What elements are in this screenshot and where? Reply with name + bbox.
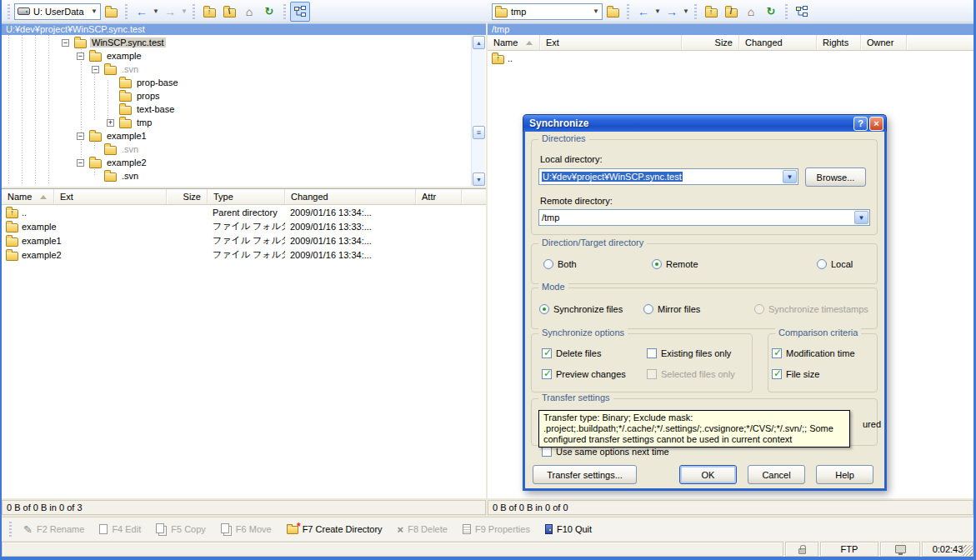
tree-item[interactable]: .svn: [92, 169, 140, 182]
browse-button[interactable]: Browse...: [805, 168, 866, 187]
dialog-close-button[interactable]: ×: [869, 117, 883, 131]
tree-item[interactable]: −example2: [77, 156, 148, 169]
tree-item[interactable]: −WinSCP.sync.test: [62, 36, 166, 49]
radio-icon[interactable]: [817, 259, 827, 269]
column-header-ext[interactable]: Ext: [54, 189, 167, 204]
forward-button-disabled[interactable]: →: [160, 2, 180, 22]
sync-option-preview-changes[interactable]: Preview changes: [542, 369, 626, 379]
collapse-icon[interactable]: −: [77, 132, 84, 140]
checkbox-icon[interactable]: [647, 348, 657, 358]
collapse-icon[interactable]: −: [77, 159, 84, 167]
chevron-down-icon[interactable]: ▼: [854, 211, 868, 224]
chevron-down-icon[interactable]: ▼: [592, 8, 600, 15]
column-header-owner[interactable]: Owner: [861, 35, 907, 50]
tree-scrollbar[interactable]: ▲ ≡ ▼: [471, 36, 485, 186]
collapse-icon[interactable]: −: [77, 52, 84, 60]
help-button[interactable]: Help: [816, 465, 873, 484]
tree-view-toggle-button[interactable]: [792, 2, 812, 22]
collapse-icon[interactable]: −: [92, 66, 99, 73]
back-history-chevron-icon[interactable]: ▼: [152, 8, 160, 15]
toolbar-grip[interactable]: [627, 4, 629, 19]
local-address-bar[interactable]: U:¥dev¥project¥WinSCP.sync.test: [2, 23, 486, 35]
cancel-button[interactable]: Cancel: [748, 465, 805, 484]
direction-radio-both[interactable]: Both: [543, 259, 577, 269]
tree-item[interactable]: props: [107, 89, 162, 102]
forward-history-chevron-icon[interactable]: ▼: [682, 8, 690, 15]
home-directory-button[interactable]: ⌂: [239, 2, 259, 22]
dialog-help-button[interactable]: ?: [853, 117, 868, 131]
comparison-option-modification-time[interactable]: Modification time: [772, 348, 855, 358]
remote-address-bar[interactable]: /tmp: [488, 23, 973, 35]
forward-history-chevron-icon[interactable]: ▼: [180, 8, 188, 15]
expand-icon[interactable]: +: [107, 119, 114, 127]
use-same-options-checkbox[interactable]: Use same options next time: [542, 447, 669, 457]
toolbar-grip[interactable]: [785, 4, 788, 19]
root-directory-button[interactable]: \: [219, 2, 239, 22]
tree-item[interactable]: +tmp: [107, 116, 153, 129]
chevron-down-icon[interactable]: ▼: [783, 170, 797, 183]
toolbar-grip[interactable]: [283, 4, 286, 19]
file-row[interactable]: ↑..: [488, 51, 973, 65]
column-header-name[interactable]: Name: [2, 189, 54, 204]
column-header-name[interactable]: Name: [488, 35, 540, 50]
transfer-settings-button[interactable]: Transfer settings...: [533, 465, 637, 484]
refresh-button[interactable]: ↻: [259, 2, 279, 22]
file-row[interactable]: exampleファイル フォルダ2009/01/16 13:33:...: [2, 219, 486, 233]
fkey-f7-create-directory[interactable]: *F7 Create Directory: [287, 524, 383, 534]
scrollbar-thumb[interactable]: ≡: [473, 126, 485, 139]
comparison-option-file-size[interactable]: File size: [772, 369, 819, 379]
open-directory-button[interactable]: [603, 2, 623, 22]
parent-directory-button[interactable]: ↑: [199, 2, 219, 22]
tree-item[interactable]: text-base: [107, 102, 176, 116]
column-header-size[interactable]: Size: [167, 189, 208, 204]
open-directory-button[interactable]: [101, 2, 121, 22]
root-directory-button[interactable]: /: [721, 2, 741, 22]
forward-button[interactable]: →: [662, 2, 682, 22]
file-row[interactable]: example1ファイル フォルダ2009/01/16 13:34:...: [2, 233, 486, 248]
remote-path-combobox[interactable]: tmp ▼: [492, 3, 603, 20]
back-button[interactable]: ←: [132, 2, 152, 22]
collapse-icon[interactable]: −: [62, 39, 69, 47]
checkbox-checked-icon[interactable]: [542, 348, 552, 358]
home-directory-button[interactable]: ⌂: [741, 2, 761, 22]
ok-button[interactable]: OK: [679, 465, 737, 484]
scroll-down-arrow-icon[interactable]: ▼: [473, 172, 485, 186]
column-header-size[interactable]: Size: [682, 35, 739, 50]
column-header-type[interactable]: Type: [208, 189, 285, 204]
local-drive-combobox[interactable]: U: UserData ▼: [14, 3, 101, 20]
sync-option-existing-files-only[interactable]: Existing files only: [647, 348, 731, 358]
checkbox-checked-icon[interactable]: [772, 348, 782, 358]
file-row[interactable]: example2ファイル フォルダ2009/01/16 13:34:...: [2, 248, 486, 262]
mode-radio-synchronize-files[interactable]: Synchronize files: [539, 304, 623, 314]
tree-item[interactable]: prop-base: [107, 76, 180, 89]
chevron-down-icon[interactable]: ▼: [90, 8, 98, 15]
direction-radio-remote[interactable]: Remote: [652, 259, 698, 269]
toolbar-grip[interactable]: [9, 522, 12, 537]
direction-radio-local[interactable]: Local: [817, 259, 853, 269]
column-header-changed[interactable]: Changed: [285, 189, 416, 204]
checkbox-checked-icon[interactable]: [772, 369, 782, 379]
local-directory-combobox[interactable]: U:¥dev¥project¥WinSCP.sync.test ▼: [538, 168, 798, 185]
toolbar-grip[interactable]: [125, 4, 128, 19]
toolbar-grip[interactable]: [193, 4, 195, 19]
scroll-up-arrow-icon[interactable]: ▲: [473, 36, 485, 49]
checkbox-checked-icon[interactable]: [542, 369, 552, 379]
tree-item[interactable]: −example: [77, 49, 143, 62]
back-history-chevron-icon[interactable]: ▼: [653, 8, 662, 15]
tree-view-toggle-button[interactable]: [290, 2, 310, 22]
resize-grip[interactable]: [962, 545, 973, 556]
column-header-rights[interactable]: Rights: [817, 35, 861, 50]
dialog-title-bar[interactable]: Synchronize ? ×: [523, 114, 887, 132]
toolbar-grip[interactable]: [694, 4, 697, 19]
refresh-button[interactable]: ↻: [761, 2, 781, 22]
parent-directory-button[interactable]: ↑: [701, 2, 721, 22]
sync-option-delete-files[interactable]: Delete files: [542, 348, 601, 358]
back-button[interactable]: ←: [633, 2, 653, 22]
fkey-f10-quit[interactable]: F10 Quit: [545, 524, 592, 534]
mode-radio-mirror-files[interactable]: Mirror files: [643, 304, 700, 314]
column-header-ext[interactable]: Ext: [540, 35, 682, 50]
tree-item[interactable]: −.svn: [92, 62, 140, 76]
remote-directory-combobox[interactable]: /tmp ▼: [538, 209, 870, 226]
column-header-attr[interactable]: Attr: [416, 189, 462, 204]
file-row[interactable]: ↑..Parent directory2009/01/16 13:34:...: [2, 205, 486, 219]
